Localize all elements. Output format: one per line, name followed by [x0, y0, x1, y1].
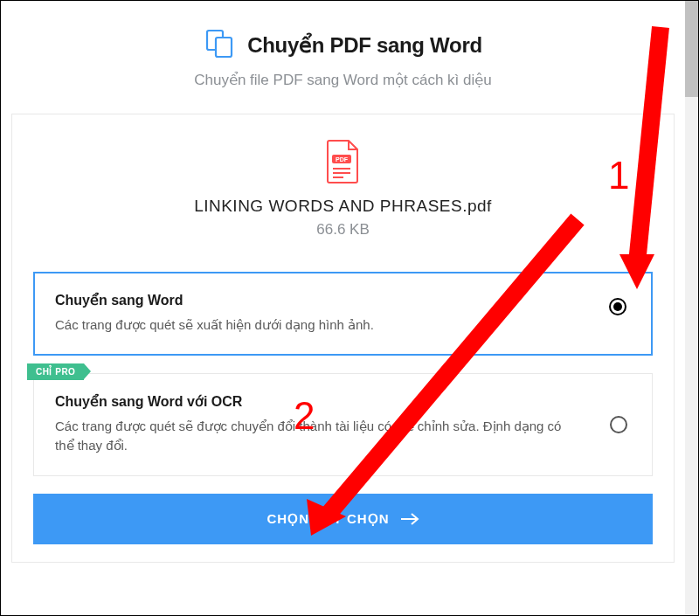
page-subtitle: Chuyển file PDF sang Word một cách kì di… — [11, 71, 675, 89]
pro-badge: CHỈ PRO — [27, 363, 84, 380]
pdf-file-icon: PDF — [324, 139, 363, 188]
page-content: Chuyển PDF sang Word Chuyển file PDF san… — [1, 1, 685, 573]
radio-unselected-icon[interactable] — [610, 416, 627, 433]
radio-selected-icon[interactable] — [609, 298, 626, 315]
cta-label: CHỌN TÙY CHỌN — [266, 511, 389, 527]
file-size: 66.6 KB — [33, 221, 653, 239]
choose-option-button[interactable]: CHỌN TÙY CHỌN — [33, 494, 653, 544]
file-name: LINKING WORDS AND PHRASES.pdf — [33, 197, 653, 216]
scroll-thumb[interactable] — [685, 1, 698, 97]
option-title: Chuyển sang Word — [55, 292, 582, 308]
pdf-to-word-icon — [204, 27, 237, 64]
option-convert-to-word[interactable]: Chuyển sang Word Các trang được quét sẽ … — [33, 272, 653, 356]
page-title: Chuyển PDF sang Word — [247, 33, 482, 58]
arrow-right-icon — [400, 513, 419, 525]
page-header: Chuyển PDF sang Word Chuyển file PDF san… — [11, 27, 675, 89]
annotation-number-1: 1 — [608, 154, 629, 197]
option-title: Chuyển sang Word với OCR — [55, 393, 582, 410]
svg-text:PDF: PDF — [336, 156, 349, 163]
option-convert-with-ocr[interactable]: CHỈ PRO Chuyển sang Word với OCR Các tra… — [33, 373, 653, 476]
option-desc: Các trang được quét sẽ được chuyển đổi t… — [55, 417, 582, 456]
option-desc: Các trang được quét sẽ xuất hiện dưới dạ… — [55, 315, 582, 336]
annotation-number-2: 2 — [294, 394, 315, 438]
file-summary: PDF LINKING WORDS AND PHRASES.pdf 66.6 K… — [33, 139, 653, 239]
conversion-card: PDF LINKING WORDS AND PHRASES.pdf 66.6 K… — [11, 114, 675, 563]
svg-rect-1 — [216, 38, 232, 57]
vertical-scrollbar[interactable] — [685, 1, 698, 615]
